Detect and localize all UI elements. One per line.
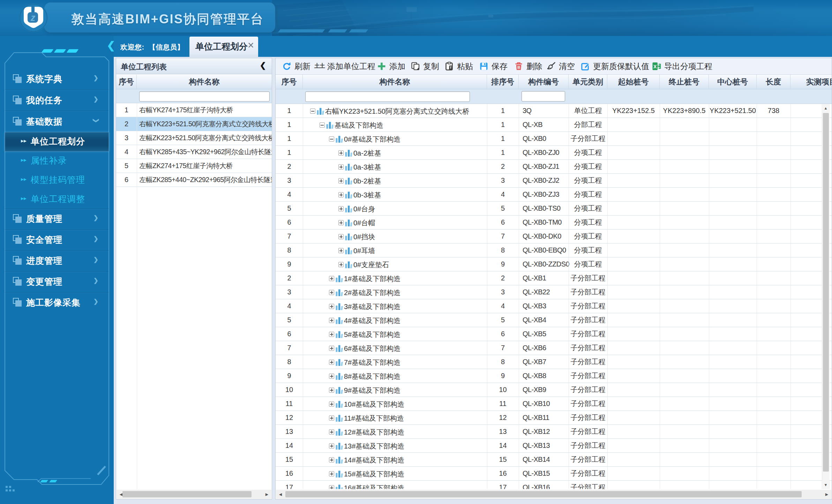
svg-text:z: z	[30, 13, 36, 23]
svg-text:X: X	[653, 64, 657, 69]
